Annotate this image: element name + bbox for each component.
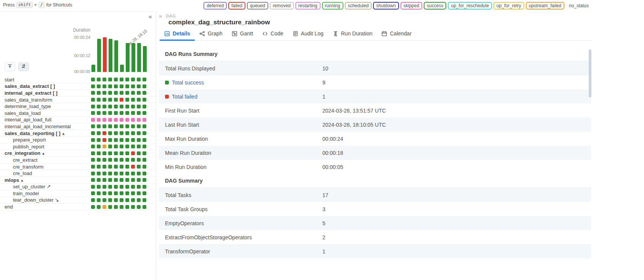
task-instance-square-success[interactable]	[120, 84, 123, 88]
task-instance-square-success[interactable]	[103, 105, 106, 108]
task-instance-square-success[interactable]	[114, 138, 118, 142]
task-instance-square-success[interactable]	[125, 178, 129, 182]
task-instance-square-success[interactable]	[108, 131, 112, 135]
dag-run-bar-9[interactable]	[137, 43, 141, 72]
task-instance-square-success[interactable]	[108, 205, 112, 209]
task-instance-square-failed[interactable]	[103, 138, 106, 142]
task-instance-square-success[interactable]	[143, 98, 146, 102]
task-instance-square-success[interactable]	[131, 145, 135, 148]
task-instance-square-success[interactable]	[143, 158, 146, 162]
task-instance-square-success[interactable]	[125, 165, 129, 169]
task-instance-square-up_for_retry[interactable]	[103, 145, 106, 148]
task-instance-square-success[interactable]	[103, 111, 106, 115]
task-instance-square-success[interactable]	[143, 111, 146, 115]
task-instance-square-success[interactable]	[131, 111, 135, 115]
task-instance-square-success[interactable]	[131, 158, 135, 162]
task-instance-square-success[interactable]	[114, 158, 118, 162]
task-instance-square-success[interactable]	[137, 185, 141, 189]
task-instance-square-success[interactable]	[137, 158, 141, 162]
task-instance-square-success[interactable]	[131, 185, 135, 189]
dag-run-bar-3[interactable]	[103, 37, 107, 72]
task-instance-square-success[interactable]	[125, 138, 129, 142]
task-instance-square-success[interactable]	[108, 105, 112, 108]
task-instance-square-success[interactable]	[131, 198, 135, 202]
task-instance-square-success[interactable]	[114, 185, 118, 189]
collapse-caret-icon[interactable]: ∧	[21, 179, 23, 183]
task-instance-square-success[interactable]	[91, 185, 95, 189]
task-instance-square-skipped[interactable]	[120, 118, 123, 122]
task-instance-square-success[interactable]	[103, 198, 106, 202]
task-instance-square-success[interactable]	[108, 138, 112, 142]
task-instance-square-success[interactable]	[120, 178, 123, 182]
task-instance-square-skipped[interactable]	[131, 118, 135, 122]
task-instance-square-success[interactable]	[97, 165, 101, 169]
task-instance-square-success[interactable]	[108, 145, 112, 148]
task-instance-square-success[interactable]	[114, 191, 118, 195]
task-instance-square-success[interactable]	[91, 191, 95, 195]
task-instance-square-success[interactable]	[137, 91, 141, 95]
task-instance-square-success[interactable]	[137, 124, 141, 128]
task-instance-square-success[interactable]	[97, 205, 101, 209]
task-instance-square-success[interactable]	[125, 151, 129, 155]
task-instance-square-success[interactable]	[114, 84, 118, 88]
task-instance-square-success[interactable]	[131, 138, 135, 142]
task-instance-square-success[interactable]	[120, 205, 123, 209]
dag-run-bar-1[interactable]	[91, 65, 95, 72]
dag-run-bar-10[interactable]	[143, 46, 147, 72]
task-label-publish_report[interactable]: publish_report	[0, 144, 91, 150]
task-instance-square-success[interactable]	[108, 178, 112, 182]
legend-badge-up_for_reschedule[interactable]: up_for_reschedule	[448, 2, 492, 10]
task-instance-square-success[interactable]	[125, 191, 129, 195]
task-instance-square-success[interactable]	[91, 84, 95, 88]
task-instance-square-success[interactable]	[125, 91, 129, 95]
task-instance-square-success[interactable]	[125, 131, 129, 135]
task-instance-square-success[interactable]	[97, 84, 101, 88]
task-instance-square-success[interactable]	[131, 178, 135, 182]
expand-task-groups-button[interactable]	[18, 62, 29, 71]
task-instance-square-success[interactable]	[108, 124, 112, 128]
task-instance-square-success[interactable]	[97, 198, 101, 202]
task-instance-square-success[interactable]	[125, 158, 129, 162]
task-instance-square-success[interactable]	[103, 185, 106, 189]
legend-badge-up_for_retry[interactable]: up_for_retry	[493, 2, 524, 10]
task-instance-square-success[interactable]	[137, 78, 141, 81]
task-instance-square-success[interactable]	[125, 98, 129, 102]
tab-run-duration[interactable]: Run Duration	[328, 27, 377, 41]
task-instance-square-success[interactable]	[91, 158, 95, 162]
task-label-set_up_cluster[interactable]: set_up_cluster ↗	[0, 184, 91, 189]
vertical-scrollbar-thumb[interactable]	[589, 49, 591, 97]
task-instance-square-success[interactable]	[143, 131, 146, 135]
task-instance-square-success[interactable]	[125, 145, 129, 148]
task-instance-square-skipped[interactable]	[143, 118, 146, 122]
task-instance-square-skipped[interactable]	[97, 118, 101, 122]
collapse-task-groups-button[interactable]	[5, 62, 15, 71]
task-instance-square-success[interactable]	[108, 151, 112, 155]
task-label-mlops[interactable]: mlops∧	[0, 177, 91, 183]
task-instance-square-success[interactable]	[91, 145, 95, 148]
task-instance-square-skipped[interactable]	[114, 118, 118, 122]
dag-run-bar-7[interactable]	[126, 43, 130, 72]
task-label-internal_api_load_full[interactable]: internal_api_load_full	[0, 117, 91, 123]
tab-audit-log[interactable]: Audit Log	[288, 27, 328, 41]
legend-badge-deferred[interactable]: deferred	[203, 2, 227, 10]
task-instance-square-success[interactable]	[137, 138, 141, 142]
task-instance-square-success[interactable]	[125, 84, 129, 88]
task-instance-square-success[interactable]	[137, 98, 141, 102]
legend-badge-success[interactable]: success	[424, 2, 446, 10]
task-instance-square-success[interactable]	[114, 98, 118, 102]
task-instance-square-success[interactable]	[137, 131, 141, 135]
task-instance-square-success[interactable]	[131, 124, 135, 128]
task-instance-square-success[interactable]	[120, 185, 123, 189]
task-instance-square-success[interactable]	[108, 165, 112, 169]
legend-badge-failed[interactable]: failed	[228, 2, 245, 10]
task-instance-square-success[interactable]	[108, 98, 112, 102]
task-instance-square-failed[interactable]	[131, 151, 135, 155]
task-instance-square-success[interactable]	[120, 191, 123, 195]
task-instance-square-success[interactable]	[143, 178, 146, 182]
collapse-caret-icon[interactable]: ∧	[42, 152, 45, 156]
task-instance-square-success[interactable]	[97, 191, 101, 195]
expand-panel-button[interactable]: »	[159, 13, 162, 19]
task-instance-square-success[interactable]	[137, 205, 141, 209]
task-instance-square-success[interactable]	[114, 178, 118, 182]
task-instance-square-success[interactable]	[108, 172, 112, 175]
